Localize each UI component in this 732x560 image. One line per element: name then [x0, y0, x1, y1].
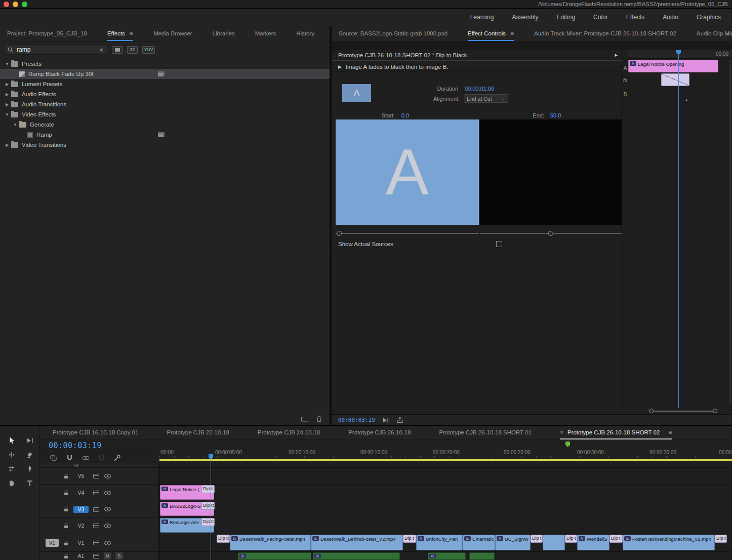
timeline-clip-unioncity-pan[interactable]: fxUnionCity_Pan [416, 535, 463, 550]
filter-badge-32-bit[interactable]: 32 [127, 46, 138, 54]
workspace-tab-editing[interactable]: Editing [556, 14, 575, 21]
zoom-handle-right[interactable] [713, 409, 717, 413]
end-slider-handle[interactable] [548, 231, 553, 236]
work-area-bar[interactable] [159, 459, 732, 461]
zoom-window-button[interactable] [22, 2, 27, 7]
workspace-tab-graphics[interactable]: Graphics [697, 14, 721, 21]
lock-icon[interactable] [63, 506, 69, 512]
clear-search-icon[interactable]: × [98, 46, 104, 54]
sync-lock-icon[interactable] [93, 473, 100, 479]
sequence-marker[interactable] [565, 442, 570, 447]
tab-audio-track-mixer-prototype-cjb-26-10-18-short-02[interactable]: Audio Track Mixer: Prototype CJB 26-10-1… [534, 26, 676, 41]
tab-markers[interactable]: Markers [255, 26, 276, 41]
search-box[interactable]: × [4, 45, 107, 55]
ec-playhead-line[interactable] [678, 50, 679, 408]
close-window-button[interactable] [4, 2, 9, 7]
track-lane-v3[interactable]: fxBASS2Logo-SDip to [159, 501, 732, 517]
twirl-icon[interactable]: ▶ [3, 143, 11, 147]
track-name-v3[interactable]: V3 [73, 506, 89, 513]
transition-dip-to-black[interactable]: Dip t [531, 535, 543, 543]
transition-dip-to-black[interactable]: Dip to [217, 535, 230, 543]
tab-project-prototype-05-cjb-18[interactable]: Project: Prototype_05_CJB_18 [7, 26, 87, 41]
transition-dip-to-black[interactable]: Dip to [201, 502, 215, 510]
twirl-icon[interactable]: ▶ [3, 102, 11, 107]
tree-item-lumetri-presets[interactable]: ▶Lumetri Presets [0, 79, 330, 89]
slip-tool[interactable] [4, 462, 19, 475]
tab-effect-controls[interactable]: Effect Controls≡ [468, 26, 514, 41]
track-name-v5[interactable]: V5 [73, 473, 89, 479]
twirl-icon[interactable]: ▼ [11, 123, 19, 127]
tab-effects[interactable]: Effects≡ [107, 26, 133, 41]
track-lane-v2[interactable]: fxRevLogo-vid+Dip to [159, 517, 732, 534]
panel-overflow-icon[interactable]: » [726, 30, 729, 37]
tree-item-video-effects[interactable]: ▼Video Effects [0, 109, 330, 119]
timeline-clip-uc-signw[interactable]: fxUC_SignW [495, 535, 531, 550]
effect-controls-timeline[interactable]: A fx B 00:00 fx Legal Notice Opening ▴ [622, 50, 732, 408]
transition-dip-to-black[interactable]: Dip to [201, 485, 215, 493]
timeline-clip[interactable]: fx [238, 552, 311, 560]
new-custom-bin-icon[interactable] [301, 416, 309, 422]
sync-lock-icon[interactable] [93, 553, 100, 559]
end-slider[interactable] [480, 230, 623, 236]
tab-libraries[interactable]: Libraries [213, 26, 235, 41]
start-slider-handle[interactable] [337, 231, 342, 236]
timeline-clip[interactable] [469, 552, 495, 560]
ec-zoom-scrollbar[interactable] [332, 408, 732, 414]
lock-icon[interactable] [63, 523, 69, 529]
tree-item-audio-transitions[interactable]: ▶Audio Transitions [0, 99, 330, 109]
sequence-timecode[interactable]: 00:00:03:19 [49, 441, 102, 450]
timeline-clip[interactable] [543, 535, 565, 550]
tree-item-generate[interactable]: ▼Generate [0, 119, 330, 130]
timeline-clip-cinematic[interactable]: fxCinematic [463, 535, 495, 550]
transition-dip-to-black[interactable]: Dip t [609, 535, 623, 543]
workspace-tab-effects[interactable]: Effects [626, 14, 644, 21]
sequence-tab-prototype-cjb-22-10-18[interactable]: Prototype CJB 22-10-18 [167, 426, 229, 439]
playhead-line[interactable] [211, 455, 211, 560]
zoom-range-bar[interactable] [654, 411, 714, 412]
track-name-v1[interactable]: V1 [73, 540, 89, 546]
source-patch-v1[interactable]: V1 [46, 539, 59, 547]
tab-source-bass2logo-static-grab-1080-psd[interactable]: Source: BASS2Logo-Static grab 1080.psd [339, 26, 448, 41]
start-slider[interactable] [336, 230, 479, 236]
track-output-icon[interactable] [104, 523, 111, 529]
ec-timeline-clip[interactable]: fx Legal Notice Opening [628, 60, 718, 72]
transition-dip-to-black[interactable]: Dip to [201, 518, 215, 526]
hand-tool[interactable] [4, 476, 19, 489]
solo-button[interactable]: S [115, 552, 123, 559]
add-marker-icon[interactable] [98, 454, 105, 462]
sync-lock-icon[interactable] [93, 490, 100, 496]
twirl-icon[interactable]: ▼ [3, 62, 11, 66]
delete-icon[interactable] [316, 415, 322, 422]
ripple-edit-tool[interactable] [4, 448, 19, 461]
ec-playhead-timecode[interactable]: 00:00:03:19 [338, 417, 375, 423]
track-lane-a1[interactable]: fxfxfx [159, 552, 732, 560]
timeline-clip-desertwalk-behindfoster-v2-mp4[interactable]: fxDesertWalk_BehindFoster_V2.mp4 [311, 535, 403, 550]
sync-lock-icon[interactable] [93, 506, 100, 512]
tree-item-ramp[interactable]: Ramp [0, 130, 330, 140]
tab-media-browser[interactable]: Media Browser [153, 26, 192, 41]
track-name-a1[interactable]: A1 [73, 553, 89, 559]
selection-tool[interactable] [4, 434, 19, 447]
track-output-icon[interactable] [104, 540, 111, 546]
track-output-icon[interactable] [104, 473, 111, 479]
track-lane-v6[interactable] [159, 463, 732, 468]
panel-menu-icon[interactable]: ≡ [510, 30, 514, 37]
twirl-icon[interactable]: ▶ [338, 64, 342, 69]
transition-dip-to-black[interactable]: Dip t [565, 535, 577, 543]
track-lane-v4[interactable]: fxLegal Notice (Dip to [159, 485, 732, 501]
pen-tool[interactable] [22, 462, 37, 475]
sequence-tab-prototype-cjb-26-10-18-short-01[interactable]: Prototype CJB 26-10-18 SHORT 01 [439, 426, 532, 439]
workspace-tab-color[interactable]: Color [593, 14, 608, 21]
zoom-handle-left[interactable] [649, 409, 654, 413]
sync-lock-icon[interactable] [93, 523, 100, 529]
filter-badge-yuv[interactable]: YUV [142, 46, 155, 54]
track-output-icon[interactable] [104, 490, 111, 496]
track-select-forward-tool[interactable] [22, 434, 37, 447]
transition-dip-to-black[interactable]: Dip t [715, 535, 727, 543]
timeline-clip[interactable]: fx [313, 552, 400, 560]
search-input[interactable] [17, 46, 98, 53]
type-tool[interactable] [22, 476, 37, 489]
timeline-clip[interactable]: fx [428, 552, 466, 560]
sequence-tab-prototype-cjb-16-10-18-copy-01[interactable]: Prototype CJB 16-10-18 Copy 01 [53, 426, 138, 439]
track-output-icon[interactable] [104, 506, 111, 512]
